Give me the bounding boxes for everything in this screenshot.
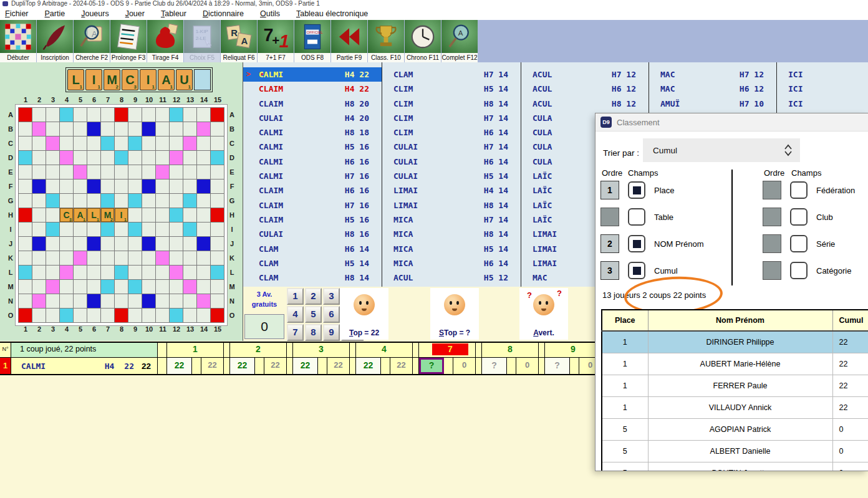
board-cell[interactable] [46, 108, 59, 122]
board-cell[interactable] [197, 151, 210, 165]
board-cell[interactable] [170, 108, 183, 122]
board-cell[interactable] [19, 122, 32, 136]
dialog-title-bar[interactable]: D9 Classement [596, 113, 868, 132]
board-cell[interactable] [87, 165, 100, 179]
board-cell[interactable] [128, 165, 142, 179]
board-cell[interactable] [32, 237, 46, 251]
board-cell[interactable] [183, 280, 196, 294]
board-cell[interactable] [197, 122, 210, 136]
word-row[interactable]: CULAIH8 16 [243, 227, 382, 241]
board-cell[interactable] [87, 309, 100, 322]
board-cell[interactable] [128, 108, 142, 122]
board-cell[interactable] [19, 180, 32, 193]
board-cell[interactable] [128, 151, 142, 165]
word-row[interactable]: ACULH5 12 [382, 271, 521, 285]
word-row[interactable]: MICAH8 14 [382, 227, 521, 241]
word-row[interactable]: CLIMH8 14 [382, 97, 521, 111]
score-cell-7[interactable]: ? [419, 358, 444, 374]
board-cell[interactable] [115, 237, 128, 251]
board-cell[interactable] [211, 180, 224, 193]
board-cell[interactable] [87, 122, 100, 136]
board-cell[interactable] [142, 208, 155, 222]
board-cell[interactable] [46, 194, 59, 208]
board-cell[interactable] [197, 180, 210, 193]
board-cell[interactable] [74, 266, 87, 279]
board-cell[interactable] [211, 165, 224, 179]
board-cell[interactable] [183, 122, 196, 136]
board-cell[interactable] [128, 309, 142, 322]
word-row[interactable]: CALMIH8 18 [243, 125, 382, 140]
board-cell[interactable] [156, 280, 169, 294]
board-cell[interactable] [170, 237, 183, 251]
word-row[interactable]: CULAIH5 14 [382, 169, 521, 183]
toolbar-debuter[interactable]: Débuter [0, 20, 36, 62]
ranking-row[interactable]: 1FERRER Paule22 [602, 375, 868, 397]
menu-joueurs[interactable]: Joueurs [81, 9, 109, 18]
board-cell[interactable] [46, 280, 59, 294]
board-cell[interactable] [46, 237, 59, 251]
word-row[interactable]: MICAH5 14 [382, 242, 521, 256]
checkbox-nom-prenom[interactable] [628, 235, 645, 252]
menu-outils[interactable]: Outils [260, 9, 280, 18]
board-cell[interactable] [74, 136, 87, 150]
board-cell[interactable] [128, 136, 142, 150]
board-cell[interactable] [101, 280, 114, 294]
board-cell[interactable] [74, 122, 87, 136]
board-cell[interactable] [183, 208, 196, 222]
board-cell[interactable]: L1 [87, 208, 100, 222]
board-cell[interactable] [19, 251, 32, 265]
word-row[interactable]: CULAIH7 14 [382, 140, 521, 154]
board-cell[interactable] [156, 151, 169, 165]
board-cell[interactable] [87, 194, 100, 208]
checkbox-categorie[interactable] [790, 262, 808, 279]
board-cell[interactable] [19, 266, 32, 279]
board-cell[interactable] [115, 180, 128, 193]
word-row[interactable]: CLAIMH5 16 [243, 213, 382, 227]
ranking-row[interactable]: 5AGOPIAN Patrick0 [602, 419, 868, 441]
word-row[interactable]: CLAIMH7 16 [243, 198, 382, 213]
board-cell[interactable] [32, 294, 46, 308]
key-4[interactable]: 4 [287, 306, 304, 323]
word-row[interactable]: CLIMH6 14 [382, 125, 521, 140]
board-cell[interactable] [101, 309, 114, 322]
board-cell[interactable] [211, 294, 224, 308]
board-cell[interactable] [32, 251, 46, 265]
word-row[interactable]: CALMIH5 16 [243, 140, 382, 154]
board-cell[interactable] [156, 208, 169, 222]
board-cell[interactable] [60, 151, 73, 165]
key-5[interactable]: 5 [305, 306, 322, 323]
word-row[interactable]: CLAMH7 14 [382, 67, 521, 82]
board-cell[interactable] [115, 223, 128, 236]
word-row[interactable]: ICI [777, 82, 868, 96]
board-cell[interactable] [46, 151, 59, 165]
board-cell[interactable] [46, 208, 59, 222]
order-box[interactable] [600, 208, 619, 226]
board-cell[interactable] [128, 122, 142, 136]
board-cell[interactable] [156, 309, 169, 322]
board-cell[interactable] [74, 165, 87, 179]
ranking-row[interactable]: 1VILLAUDY Annick22 [602, 397, 868, 419]
board-cell[interactable] [60, 122, 73, 136]
board-cell[interactable] [60, 280, 73, 294]
toolbar-partie-f9[interactable]: Partie F9 [331, 20, 367, 62]
board-cell[interactable] [183, 223, 196, 236]
board-cell[interactable] [211, 136, 224, 150]
word-row[interactable]: CLIMH5 14 [382, 82, 521, 96]
board-cell[interactable] [101, 223, 114, 236]
board-cell[interactable]: I1 [115, 208, 128, 222]
word-row[interactable]: MICAH7 14 [382, 213, 521, 227]
board-cell[interactable] [211, 223, 224, 236]
board-cell[interactable] [170, 208, 183, 222]
board-cell[interactable] [87, 108, 100, 122]
board-cell[interactable] [115, 194, 128, 208]
board-cell[interactable] [183, 294, 196, 308]
checkbox-club[interactable] [790, 208, 808, 226]
board-cell[interactable] [142, 266, 155, 279]
word-row[interactable]: MICAH6 14 [382, 256, 521, 271]
board-cell[interactable] [170, 136, 183, 150]
board-cell[interactable] [32, 266, 46, 279]
word-row[interactable]: CULAIH6 14 [382, 155, 521, 169]
board-cell[interactable] [46, 294, 59, 308]
button-stop[interactable]: STop = ? [430, 288, 479, 340]
board-cell[interactable] [183, 108, 196, 122]
